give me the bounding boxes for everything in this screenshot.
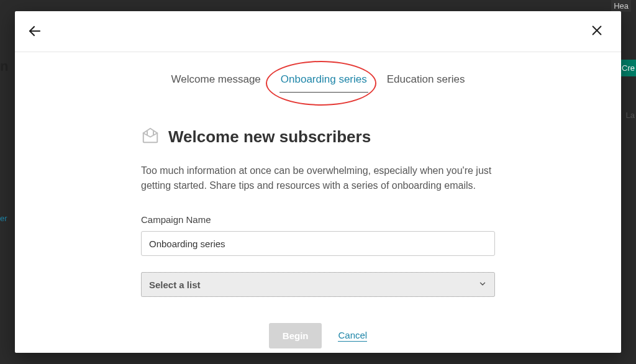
select-list-dropdown[interactable]: Select a list <box>141 272 495 297</box>
begin-button[interactable]: Begin <box>269 323 322 348</box>
close-button[interactable] <box>590 24 607 41</box>
modal-dialog: Welcome message Onboarding series Educat… <box>15 11 621 353</box>
action-row: Begin Cancel <box>141 323 495 348</box>
modal-content: Welcome new subscribers Too much informa… <box>141 126 495 348</box>
back-button[interactable] <box>27 24 45 41</box>
cancel-link[interactable]: Cancel <box>338 330 367 342</box>
bg-text-fragment: La <box>626 111 635 120</box>
arrow-left-icon <box>27 24 42 39</box>
bg-text-fragment: er <box>0 214 7 223</box>
bg-text-fragment: Cre <box>620 60 636 76</box>
heading-row: Welcome new subscribers <box>141 126 495 147</box>
tabs: Welcome message Onboarding series Educat… <box>15 71 621 93</box>
campaign-name-label: Campaign Name <box>141 214 495 225</box>
description-text: Too much information at once can be over… <box>141 163 495 193</box>
tab-onboarding-series[interactable]: Onboarding series <box>279 71 368 93</box>
campaign-name-input[interactable] <box>141 231 495 256</box>
tab-welcome-message[interactable]: Welcome message <box>170 71 262 93</box>
bg-text-fragment: n <box>0 58 8 75</box>
modal-header <box>15 11 621 52</box>
select-placeholder: Select a list <box>149 280 201 290</box>
chevron-down-icon <box>478 280 487 290</box>
close-icon <box>590 24 604 37</box>
page-title: Welcome new subscribers <box>168 127 371 147</box>
tab-education-series[interactable]: Education series <box>386 71 466 93</box>
bg-text-fragment: Hea <box>611 0 631 12</box>
envelope-open-icon <box>141 126 160 147</box>
